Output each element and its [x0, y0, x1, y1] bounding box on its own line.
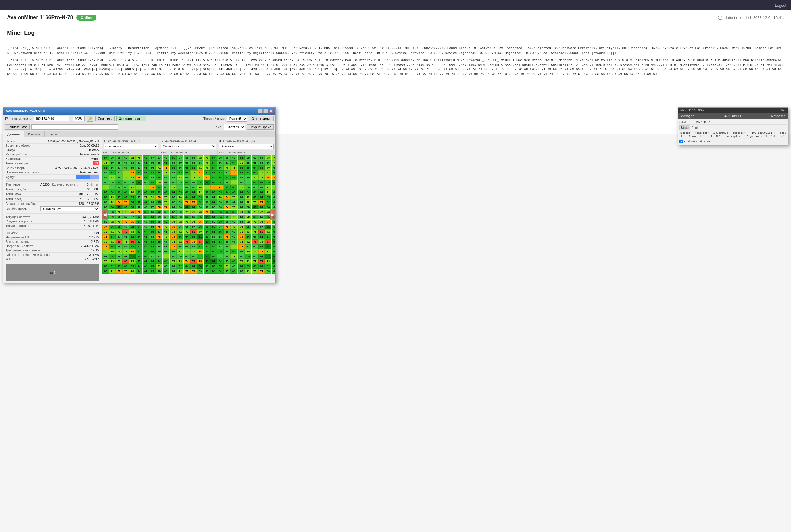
minimize-button[interactable]: _: [258, 109, 263, 113]
lang-select[interactable]: Русский: [227, 116, 247, 121]
panel1-error-select[interactable]: Ошибок нет: [104, 144, 159, 149]
chip-cell: 66: [224, 229, 230, 234]
capture-button[interactable]: Захватить экран: [116, 116, 146, 121]
voltage-out-value: 12,39V: [89, 240, 99, 243]
aging-row: Aging:: [5, 175, 99, 179]
chip-cell: 71: [258, 170, 265, 175]
chip-cell: 67: [156, 254, 162, 259]
panel2-header-inner: 2 428/448/468/488~438,4: [161, 139, 216, 143]
chip-cell: 66: [156, 160, 162, 165]
delay-label: Задержка:: [5, 157, 40, 160]
errors-value: Нет: [94, 231, 99, 235]
chip-cell: 64: [136, 220, 142, 224]
chip-cell: 66: [170, 205, 177, 209]
chip-cell: 65: [103, 195, 109, 200]
chip-cell: 68: [163, 229, 169, 234]
chip-cell: 72: [197, 155, 203, 160]
chip-cell: 64: [217, 259, 223, 264]
chip-cell: 73: [109, 195, 115, 200]
chip-cell: 72: [245, 220, 251, 224]
board-errors-select[interactable]: Ошибок нет: [40, 206, 99, 211]
max-value: 32°C (89°F): [688, 109, 704, 112]
ip-list-value: 192.168.0.101: [696, 121, 714, 124]
chip-cell: 63: [204, 269, 210, 273]
tab-data[interactable]: Данные: [3, 131, 24, 137]
chip-cell: 65: [265, 195, 271, 200]
hw-errors-value: 126 - 27.326%: [78, 202, 99, 205]
chip-cell: 60: [252, 205, 258, 209]
panel0-error-select[interactable]: Ошибок нет: [219, 144, 274, 149]
chip-cell: 67: [224, 259, 230, 264]
chip-cell: 65: [238, 170, 245, 175]
nav-right-arrow[interactable]: ▶: [270, 209, 275, 221]
temp-in-label: Темп. на входе:: [5, 162, 40, 165]
chip-cell: 63: [143, 160, 149, 165]
save-log-button[interactable]: Записать лог: [5, 125, 30, 130]
chip-cell: 69: [177, 160, 183, 165]
maximize-button[interactable]: □: [263, 109, 268, 113]
chip-cell: 67: [123, 165, 129, 170]
key-button[interactable]: 🔑: [87, 116, 93, 121]
freq-value: 441,65 Mhz: [83, 215, 99, 219]
ip-input[interactable]: [34, 116, 69, 121]
mode-label: Режим работы:: [5, 153, 40, 156]
chip-cell: 65: [210, 210, 217, 214]
chip-cell: 70: [272, 160, 275, 165]
theme-select[interactable]: Светлая: [224, 124, 245, 130]
chip-cell: 64: [184, 234, 190, 239]
about-button[interactable]: О программе: [249, 116, 274, 121]
chip-cell: 63: [136, 249, 142, 254]
response-mid: Average : 32°C (89°F) Response: [678, 113, 788, 119]
chip-type-value: A3200: [40, 183, 50, 186]
chip-cell: 67: [238, 254, 245, 259]
state-label: State: [679, 125, 690, 130]
chip-cell: 70: [238, 259, 245, 264]
chip-cell: 67: [258, 225, 265, 229]
logout-button[interactable]: Logout: [775, 3, 786, 7]
chip-cell: 65: [204, 190, 210, 195]
chip-cell: 73: [143, 185, 149, 190]
chip-cell: 67: [224, 269, 230, 273]
chip-cell: 65: [258, 205, 265, 209]
chip-cell: 63: [190, 195, 197, 200]
chip-cell: 72: [109, 220, 115, 224]
close-button[interactable]: ✕: [269, 109, 273, 113]
chip-cell: 64: [156, 175, 162, 180]
chip-cell: 62: [272, 264, 275, 269]
chip-cell: 64: [252, 190, 258, 195]
panel2-error-select[interactable]: Ошибок нет: [161, 144, 216, 149]
nav-left-arrow[interactable]: ◀: [102, 209, 108, 221]
open-file-button[interactable]: Открыть файл: [247, 125, 274, 130]
panel0-num: 0: [219, 139, 221, 143]
log-text-2: {'STATUS':[{'STATUS':'S','When':582,'Cod…: [7, 58, 784, 77]
freq-label: Текущая частота:: [5, 215, 40, 219]
log-filename-input[interactable]: [31, 125, 118, 130]
chip-cell: 67: [170, 200, 177, 205]
chip-cell: 73: [109, 259, 115, 264]
chip-cell: 65: [143, 170, 149, 175]
chip-cell: 63: [136, 170, 142, 175]
refresh-icon[interactable]: [718, 15, 722, 20]
chip-cell: 65: [184, 165, 190, 170]
chip-cell: 72: [123, 175, 129, 180]
chip-cell: 70: [245, 249, 251, 254]
min-label: Min: [781, 109, 786, 112]
ask-button[interactable]: Опросить: [95, 116, 115, 121]
chip-cell: 64: [217, 180, 223, 185]
chip-cell: 64: [231, 259, 237, 264]
port-input[interactable]: [73, 116, 85, 121]
header-left: AvalonMiner 1166Pro-N-78 Online: [7, 15, 96, 21]
tab-pools[interactable]: Пулы: [45, 131, 61, 137]
chip-cell: 67: [204, 200, 210, 205]
chip-cell: 67: [217, 254, 223, 259]
chip-cell: 64: [149, 244, 155, 249]
pool-checkbox[interactable]: [679, 139, 683, 143]
chip-cell: 64: [224, 190, 230, 195]
chip-cell: 67: [224, 170, 230, 175]
chip-cell: 64: [272, 269, 275, 273]
chip-cell: 69: [245, 185, 251, 190]
chip-cell: 66: [177, 225, 183, 229]
chip-cell: 64: [231, 160, 237, 165]
chip-cell: 72: [177, 220, 183, 224]
tab-console[interactable]: Консоль: [24, 131, 45, 137]
